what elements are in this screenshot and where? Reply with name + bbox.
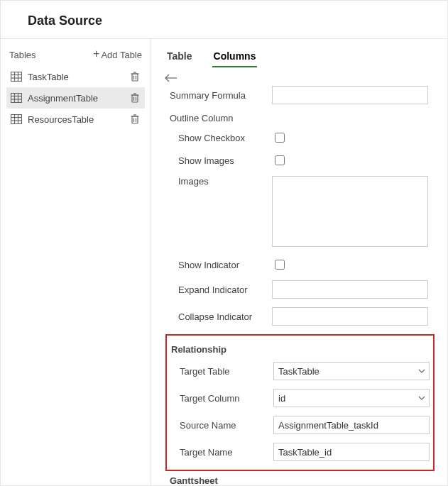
add-table-label: Add Table	[101, 50, 142, 60]
row-show-checkbox: Show Checkbox	[165, 131, 435, 145]
label-images: Images	[165, 176, 272, 187]
sidebar: Tables + Add Table TaskTable	[1, 39, 151, 485]
back-arrow-icon[interactable]	[164, 73, 180, 83]
table-icon	[11, 114, 22, 124]
show-images-input[interactable]	[275, 155, 285, 165]
row-source-name: Source Name	[167, 416, 429, 434]
delete-icon[interactable]	[129, 92, 141, 104]
expand-indicator-input[interactable]	[272, 280, 428, 299]
sidebar-item-tasktable[interactable]: TaskTable	[6, 66, 145, 87]
sidebar-item-assignmenttable[interactable]: AssignmentTable	[6, 87, 145, 109]
svg-rect-25	[132, 116, 138, 123]
summary-formula-input[interactable]	[272, 86, 428, 104]
svg-rect-20	[11, 115, 22, 124]
row-show-indicator: Show Indicator	[165, 258, 435, 272]
delete-icon[interactable]	[129, 71, 141, 82]
target-table-value[interactable]	[273, 362, 430, 380]
label-summary-formula: Summary Formula	[165, 90, 272, 101]
label-show-indicator: Show Indicator	[165, 260, 272, 270]
sidebar-item-label: AssignmentTable	[28, 93, 124, 104]
target-column-select[interactable]	[273, 389, 430, 407]
sidebar-item-label: TaskTable	[28, 72, 124, 82]
sidebar-header: Tables + Add Table	[6, 49, 145, 66]
table-icon	[11, 93, 22, 103]
tab-table[interactable]: Table	[165, 48, 194, 67]
target-name-input[interactable]	[273, 443, 430, 461]
label-target-table: Target Table	[167, 366, 273, 377]
svg-rect-5	[132, 74, 138, 81]
tabs: Table Columns	[164, 48, 435, 67]
section-outline-column: Outline Column	[170, 113, 435, 123]
body: Tables + Add Table TaskTable	[1, 39, 447, 485]
row-target-table: Target Table	[167, 362, 429, 380]
show-checkbox-input[interactable]	[275, 133, 285, 143]
svg-rect-15	[132, 95, 138, 102]
svg-rect-10	[11, 94, 22, 103]
page-title: Data Source	[1, 1, 447, 39]
collapse-indicator-input[interactable]	[272, 307, 428, 326]
row-expand-indicator: Expand Indicator	[165, 280, 435, 299]
label-target-column: Target Column	[167, 393, 273, 404]
label-collapse-indicator: Collapse Indicator	[165, 311, 272, 322]
add-table-button[interactable]: + Add Table	[93, 49, 142, 60]
label-expand-indicator: Expand Indicator	[165, 285, 272, 295]
row-target-name: Target Name	[167, 443, 429, 461]
table-icon	[11, 72, 22, 82]
show-indicator-input[interactable]	[275, 260, 285, 270]
row-images: Images	[165, 176, 435, 249]
tab-columns[interactable]: Columns	[212, 48, 258, 67]
label-target-name: Target Name	[167, 447, 273, 458]
target-column-value[interactable]	[273, 389, 430, 407]
sidebar-item-label: ResourcesTable	[28, 114, 124, 125]
sidebar-title: Tables	[9, 50, 36, 60]
row-target-column: Target Column	[167, 389, 429, 407]
sidebar-item-resourcestable[interactable]: ResourcesTable	[6, 109, 145, 130]
row-collapse-indicator: Collapse Indicator	[165, 307, 435, 326]
delete-icon[interactable]	[129, 114, 141, 125]
source-name-input[interactable]	[273, 416, 430, 434]
label-show-images: Show Images	[165, 155, 272, 166]
main-panel: Table Columns Summary Formula Outline Co…	[151, 39, 447, 485]
section-ganttsheet-title: Ganttsheet	[170, 475, 435, 485]
row-show-images: Show Images	[165, 153, 435, 167]
relationship-section: Relationship Target Table	[165, 334, 435, 471]
label-source-name: Source Name	[167, 420, 273, 431]
app-root: Data Source Tables + Add Table TaskTable	[0, 0, 448, 486]
images-input[interactable]	[272, 176, 428, 247]
target-table-select[interactable]	[273, 362, 430, 380]
svg-rect-0	[11, 72, 22, 82]
label-show-checkbox: Show Checkbox	[165, 133, 272, 143]
row-summary-formula: Summary Formula	[165, 86, 435, 104]
section-relationship-title: Relationship	[171, 344, 429, 355]
form: Summary Formula Outline Column Show Chec…	[164, 86, 435, 485]
plus-icon: +	[93, 48, 99, 60]
